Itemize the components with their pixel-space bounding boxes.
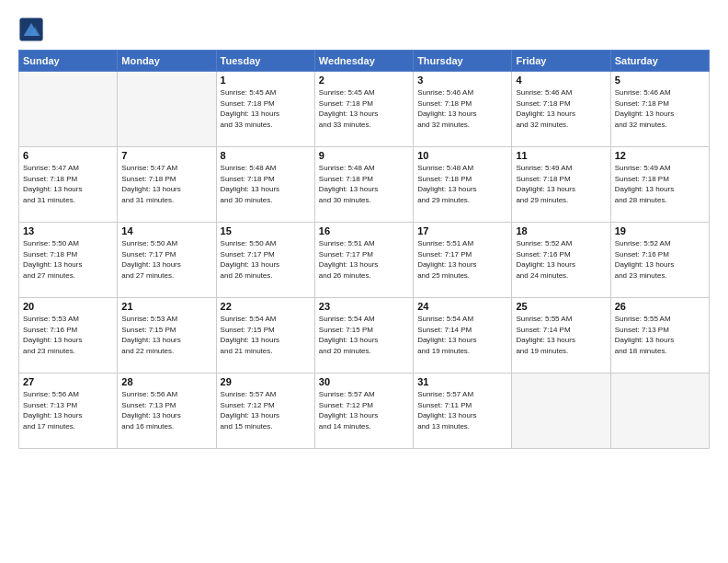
day-info: Sunrise: 5:48 AM Sunset: 7:18 PM Dayligh… <box>319 163 409 205</box>
day-number: 22 <box>221 301 311 312</box>
day-cell-25: 25Sunrise: 5:55 AM Sunset: 7:14 PM Dayli… <box>512 298 610 373</box>
day-info: Sunrise: 5:49 AM Sunset: 7:18 PM Dayligh… <box>516 163 606 205</box>
day-cell-1: 1Sunrise: 5:45 AM Sunset: 7:18 PM Daylig… <box>216 72 314 147</box>
day-info: Sunrise: 5:56 AM Sunset: 7:13 PM Dayligh… <box>23 389 113 431</box>
day-info: Sunrise: 5:50 AM Sunset: 7:18 PM Dayligh… <box>23 238 113 281</box>
day-info: Sunrise: 5:49 AM Sunset: 7:18 PM Dayligh… <box>615 163 705 205</box>
week-row-5: 27Sunrise: 5:56 AM Sunset: 7:13 PM Dayli… <box>19 373 710 449</box>
week-row-4: 20Sunrise: 5:53 AM Sunset: 7:16 PM Dayli… <box>19 298 710 373</box>
empty-cell <box>512 373 610 449</box>
week-row-3: 13Sunrise: 5:50 AM Sunset: 7:18 PM Dayli… <box>19 223 710 298</box>
day-cell-27: 27Sunrise: 5:56 AM Sunset: 7:13 PM Dayli… <box>19 373 118 449</box>
logo <box>18 17 46 42</box>
day-info: Sunrise: 5:47 AM Sunset: 7:18 PM Dayligh… <box>23 163 113 205</box>
day-info: Sunrise: 5:54 AM Sunset: 7:15 PM Dayligh… <box>221 314 311 356</box>
day-info: Sunrise: 5:47 AM Sunset: 7:18 PM Dayligh… <box>121 163 211 205</box>
day-number: 21 <box>121 301 211 312</box>
day-info: Sunrise: 5:57 AM Sunset: 7:12 PM Dayligh… <box>221 389 311 431</box>
week-row-2: 6Sunrise: 5:47 AM Sunset: 7:18 PM Daylig… <box>19 147 710 223</box>
day-info: Sunrise: 5:53 AM Sunset: 7:15 PM Dayligh… <box>121 314 211 356</box>
day-info: Sunrise: 5:53 AM Sunset: 7:16 PM Dayligh… <box>23 314 113 356</box>
day-cell-17: 17Sunrise: 5:51 AM Sunset: 7:17 PM Dayli… <box>414 223 512 298</box>
day-cell-21: 21Sunrise: 5:53 AM Sunset: 7:15 PM Dayli… <box>118 298 216 373</box>
day-info: Sunrise: 5:55 AM Sunset: 7:13 PM Dayligh… <box>615 314 705 356</box>
day-number: 5 <box>615 75 705 86</box>
day-number: 25 <box>516 301 606 312</box>
day-info: Sunrise: 5:52 AM Sunset: 7:16 PM Dayligh… <box>615 238 705 281</box>
day-number: 2 <box>319 75 409 86</box>
day-number: 24 <box>417 301 507 312</box>
day-info: Sunrise: 5:52 AM Sunset: 7:16 PM Dayligh… <box>516 238 606 281</box>
day-number: 18 <box>516 225 606 236</box>
day-info: Sunrise: 5:46 AM Sunset: 7:18 PM Dayligh… <box>417 87 507 130</box>
day-info: Sunrise: 5:50 AM Sunset: 7:17 PM Dayligh… <box>221 238 311 281</box>
day-info: Sunrise: 5:51 AM Sunset: 7:17 PM Dayligh… <box>417 238 507 281</box>
day-number: 27 <box>23 376 113 387</box>
day-info: Sunrise: 5:48 AM Sunset: 7:18 PM Dayligh… <box>417 163 507 205</box>
weekday-tuesday: Tuesday <box>216 51 314 72</box>
day-number: 29 <box>221 376 311 387</box>
day-cell-2: 2Sunrise: 5:45 AM Sunset: 7:18 PM Daylig… <box>314 72 413 147</box>
day-cell-7: 7Sunrise: 5:47 AM Sunset: 7:18 PM Daylig… <box>118 147 216 223</box>
day-number: 7 <box>121 150 211 161</box>
day-number: 1 <box>221 75 311 86</box>
day-cell-26: 26Sunrise: 5:55 AM Sunset: 7:13 PM Dayli… <box>610 298 709 373</box>
day-cell-31: 31Sunrise: 5:57 AM Sunset: 7:11 PM Dayli… <box>414 373 512 449</box>
day-cell-4: 4Sunrise: 5:46 AM Sunset: 7:18 PM Daylig… <box>512 72 610 147</box>
day-number: 8 <box>221 150 311 161</box>
day-number: 26 <box>615 301 705 312</box>
day-cell-5: 5Sunrise: 5:46 AM Sunset: 7:18 PM Daylig… <box>610 72 709 147</box>
day-number: 6 <box>23 150 113 161</box>
day-number: 28 <box>121 376 211 387</box>
header <box>18 17 710 42</box>
weekday-monday: Monday <box>118 51 216 72</box>
day-cell-11: 11Sunrise: 5:49 AM Sunset: 7:18 PM Dayli… <box>512 147 610 223</box>
weekday-sunday: Sunday <box>19 51 118 72</box>
empty-cell <box>610 373 709 449</box>
day-info: Sunrise: 5:55 AM Sunset: 7:14 PM Dayligh… <box>516 314 606 356</box>
day-number: 4 <box>516 75 606 86</box>
day-cell-28: 28Sunrise: 5:56 AM Sunset: 7:13 PM Dayli… <box>118 373 216 449</box>
day-number: 13 <box>23 225 113 236</box>
day-cell-29: 29Sunrise: 5:57 AM Sunset: 7:12 PM Dayli… <box>216 373 314 449</box>
day-cell-9: 9Sunrise: 5:48 AM Sunset: 7:18 PM Daylig… <box>314 147 413 223</box>
week-row-1: 1Sunrise: 5:45 AM Sunset: 7:18 PM Daylig… <box>19 72 710 147</box>
day-number: 11 <box>516 150 606 161</box>
day-info: Sunrise: 5:57 AM Sunset: 7:11 PM Dayligh… <box>417 389 507 431</box>
day-info: Sunrise: 5:50 AM Sunset: 7:17 PM Dayligh… <box>121 238 211 281</box>
day-number: 15 <box>221 225 311 236</box>
day-number: 10 <box>417 150 507 161</box>
day-cell-12: 12Sunrise: 5:49 AM Sunset: 7:18 PM Dayli… <box>610 147 709 223</box>
day-number: 19 <box>615 225 705 236</box>
day-info: Sunrise: 5:46 AM Sunset: 7:18 PM Dayligh… <box>615 87 705 130</box>
logo-icon <box>18 17 44 42</box>
day-info: Sunrise: 5:45 AM Sunset: 7:18 PM Dayligh… <box>319 87 409 130</box>
day-info: Sunrise: 5:45 AM Sunset: 7:18 PM Dayligh… <box>221 87 311 130</box>
day-cell-8: 8Sunrise: 5:48 AM Sunset: 7:18 PM Daylig… <box>216 147 314 223</box>
day-cell-6: 6Sunrise: 5:47 AM Sunset: 7:18 PM Daylig… <box>19 147 118 223</box>
weekday-saturday: Saturday <box>610 51 709 72</box>
day-cell-13: 13Sunrise: 5:50 AM Sunset: 7:18 PM Dayli… <box>19 223 118 298</box>
weekday-wednesday: Wednesday <box>314 51 413 72</box>
day-info: Sunrise: 5:54 AM Sunset: 7:15 PM Dayligh… <box>319 314 409 356</box>
day-cell-15: 15Sunrise: 5:50 AM Sunset: 7:17 PM Dayli… <box>216 223 314 298</box>
day-info: Sunrise: 5:56 AM Sunset: 7:13 PM Dayligh… <box>121 389 211 431</box>
day-cell-10: 10Sunrise: 5:48 AM Sunset: 7:18 PM Dayli… <box>414 147 512 223</box>
day-info: Sunrise: 5:48 AM Sunset: 7:18 PM Dayligh… <box>221 163 311 205</box>
day-cell-16: 16Sunrise: 5:51 AM Sunset: 7:17 PM Dayli… <box>314 223 413 298</box>
day-cell-19: 19Sunrise: 5:52 AM Sunset: 7:16 PM Dayli… <box>610 223 709 298</box>
day-cell-3: 3Sunrise: 5:46 AM Sunset: 7:18 PM Daylig… <box>414 72 512 147</box>
day-info: Sunrise: 5:51 AM Sunset: 7:17 PM Dayligh… <box>319 238 409 281</box>
day-cell-14: 14Sunrise: 5:50 AM Sunset: 7:17 PM Dayli… <box>118 223 216 298</box>
day-number: 30 <box>319 376 409 387</box>
day-number: 9 <box>319 150 409 161</box>
day-cell-30: 30Sunrise: 5:57 AM Sunset: 7:12 PM Dayli… <box>314 373 413 449</box>
empty-cell <box>19 72 118 147</box>
day-number: 20 <box>23 301 113 312</box>
day-info: Sunrise: 5:46 AM Sunset: 7:18 PM Dayligh… <box>516 87 606 130</box>
day-info: Sunrise: 5:54 AM Sunset: 7:14 PM Dayligh… <box>417 314 507 356</box>
day-number: 16 <box>319 225 409 236</box>
day-cell-18: 18Sunrise: 5:52 AM Sunset: 7:16 PM Dayli… <box>512 223 610 298</box>
calendar: SundayMondayTuesdayWednesdayThursdayFrid… <box>18 50 710 449</box>
day-cell-20: 20Sunrise: 5:53 AM Sunset: 7:16 PM Dayli… <box>19 298 118 373</box>
